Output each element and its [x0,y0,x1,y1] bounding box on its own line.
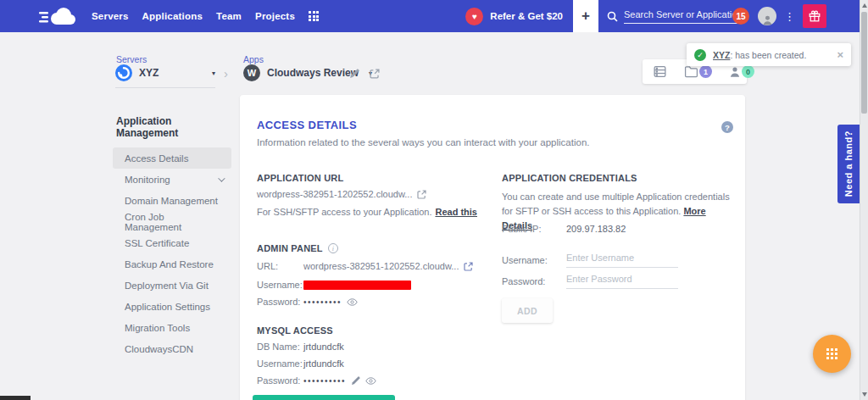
search-input[interactable] [624,9,739,24]
edit-pencil-icon[interactable] [349,69,359,79]
admin-password-label: Password: [257,297,303,307]
add-server-button[interactable]: + [573,0,598,32]
nav-link-team[interactable]: Team [216,11,242,21]
sidebar-item-migration-tools[interactable]: Migration Tools [113,317,231,338]
mysql-password-mask: •••••••••• [303,376,346,386]
global-search [607,9,739,24]
credential-password-label: Password: [502,276,566,286]
mysql-username-label: Username: [257,358,303,369]
notification-badge[interactable]: 15 [732,8,749,25]
sidebar-item-access-details[interactable]: Access Details [113,147,231,169]
server-list-icon [653,64,667,79]
add-credential-button[interactable]: ADD [502,298,553,323]
credential-username-input[interactable] [566,253,678,268]
bottom-edge-artifact [0,396,31,400]
app-name: Cloudways Review [267,67,359,79]
mysql-username-value: jrtdundcfk [303,358,344,369]
success-check-icon: ✓ [694,49,706,61]
admin-url-value[interactable]: wordpress-382951-1202552.cloudw... [303,261,459,271]
refer-button[interactable]: ♥ Refer & Get $20 [465,8,563,25]
application-url-heading: APPLICATION URL [257,173,343,183]
server-name: XYZ [139,67,159,79]
wordpress-icon: W [243,64,260,81]
navbar-right-cluster: ♥ Refer & Get $20 + 15 ⋮ [465,0,868,32]
projects-count-badge: 1 [699,65,712,78]
sidebar-item-cloudwayscdn[interactable]: CloudwaysCDN [113,338,231,359]
servers-breadcrumb-label: Servers [116,54,147,64]
open-application-url-link[interactable] [417,190,426,199]
toast-close-icon[interactable]: × [837,49,843,60]
server-list-button[interactable] [653,64,667,79]
quick-menu-fab[interactable] [813,335,851,373]
toast-subject[interactable]: XYZ [713,50,730,60]
edit-password-button[interactable] [351,376,360,386]
nav-link-applications[interactable]: Applications [142,11,203,21]
person-icon [762,14,773,25]
breadcrumb-separator-icon: › [224,66,228,81]
toast-message: XYZ: has been created. [713,50,806,60]
external-link-icon[interactable] [370,69,380,79]
access-details-card: ACCESS DETAILS Information related to th… [240,95,745,400]
admin-username-label: Username: [257,280,303,290]
scrollbar[interactable] [860,0,868,400]
sidebar-item-deployment-via-git[interactable]: Deployment Via Git [113,275,231,296]
sidebar-item-domain-management[interactable]: Domain Management [113,190,231,211]
nav-link-projects[interactable]: Projects [255,11,295,21]
heart-icon: ♥ [465,8,483,25]
application-url-value[interactable]: wordpress-382951-1202552.cloudw... [257,189,412,199]
top-navbar: Servers Applications Team Projects ♥ Ref… [0,0,868,32]
help-icon[interactable]: ? [721,121,733,133]
sidebar-item-monitoring[interactable]: Monitoring [113,169,231,190]
gift-promo-button[interactable] [803,4,826,28]
eye-icon [365,377,376,385]
admin-url-label: URL: [257,261,303,271]
mysql-password-label: Password: [257,375,303,386]
sidebar-item-ssl-certificate[interactable]: SSL Certificate [113,232,231,253]
projects-button[interactable]: 1 [684,65,712,78]
scroll-down-arrow-icon[interactable] [862,392,867,397]
kebab-menu-icon[interactable]: ⋮ [784,10,795,23]
public-ip-value: 209.97.183.82 [566,224,626,234]
credential-password-input[interactable] [566,274,678,289]
cloudways-logo[interactable] [39,5,76,27]
admin-panel-heading: ADMIN PANEL [257,243,323,253]
chevron-down-icon: ▾ [212,69,215,77]
team-button[interactable]: 0 [729,65,754,78]
cloud-logo-icon [39,5,76,27]
page-title: ACCESS DETAILS [257,119,357,131]
nav-link-servers[interactable]: Servers [92,11,129,21]
admin-password-mask: ••••••••• [303,297,342,307]
sidebar-item-backup-and-restore[interactable]: Backup And Restore [113,253,231,275]
gift-icon [809,10,821,22]
application-credentials-heading: APPLICATION CREDENTIALS [502,173,637,183]
apps-grid-icon[interactable] [309,11,319,21]
show-password-button[interactable] [347,298,358,306]
read-this-link[interactable]: Read this [435,207,477,217]
eye-icon [347,298,358,306]
show-password-button[interactable] [365,377,376,385]
toast-notification: ✓ XYZ: has been created. × [687,43,851,66]
launch-database-manager-button[interactable] [253,395,395,400]
need-a-hand-tab[interactable]: Need a hand? [837,125,860,203]
apps-breadcrumb-label: Apps [243,54,264,64]
external-link-icon [417,190,426,199]
scroll-up-arrow-icon[interactable] [862,3,867,8]
sidebar-item-application-settings[interactable]: Application Settings [113,296,231,317]
user-avatar[interactable] [758,7,776,25]
public-ip-label: Public IP: [502,224,566,234]
edit-pencil-icon [351,376,360,386]
server-selector[interactable]: XYZ ▾ [115,64,215,88]
sidebar-item-cron-job-management[interactable]: Cron Job Management [113,211,231,232]
refer-label: Refer & Get $20 [490,11,563,21]
team-member-icon [729,66,741,78]
server-provider-icon [115,64,132,81]
application-management-sidebar: Application Management Access Details Mo… [113,112,231,359]
sidebar-title: Application Management [113,112,231,147]
scrollbar-thumb[interactable] [861,12,867,114]
page-subtitle: Information related to the several ways … [257,137,589,147]
team-count-badge: 0 [742,65,754,78]
open-admin-panel-link[interactable] [464,262,473,271]
redacted-username-value [303,281,411,290]
ssh-access-text: For SSH/SFTP access to your Application. [257,207,431,217]
info-icon[interactable]: i [328,243,338,253]
